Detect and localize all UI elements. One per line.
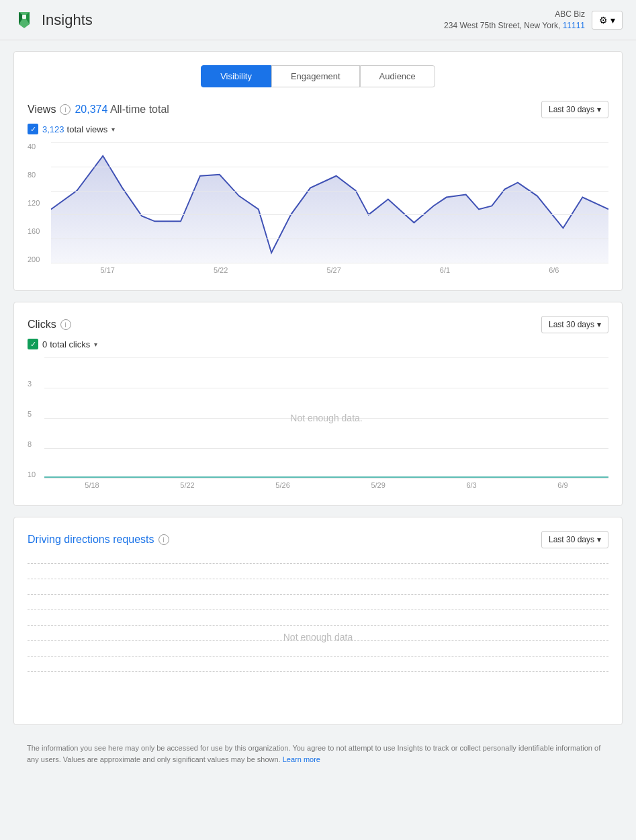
views-period-button[interactable]: Last 30 days ▾ <box>541 101 608 118</box>
views-label-chevron-icon: ▾ <box>111 126 115 133</box>
tab-visibility[interactable]: Visibility <box>201 65 271 87</box>
dashed-line <box>28 671 608 672</box>
header-left: Insights <box>13 9 93 31</box>
tab-engagement[interactable]: Engagement <box>271 65 360 87</box>
views-title-group: Views i 20,374 All-time total <box>28 103 169 116</box>
visibility-card: Visibility Engagement Audience Views i 2… <box>13 51 623 291</box>
page-title: Insights <box>42 11 93 29</box>
footer-text: The information you see here may only be… <box>13 736 623 775</box>
clicks-x-axis: 5/18 5/22 5/26 5/29 6/3 6/9 <box>44 478 608 492</box>
grid-line <box>51 214 608 215</box>
business-address: 234 West 75th Street, New York, 11111 <box>444 20 585 32</box>
clicks-checkbox-row: ✓ 0 total clicks ▾ <box>28 339 608 349</box>
driving-chart: Not enough data <box>28 563 608 711</box>
clicks-no-data-message: Not enough data. <box>290 413 362 423</box>
grid-line <box>44 448 608 449</box>
app-header: Insights ABC Biz 234 West 75th Street, N… <box>0 0 636 40</box>
settings-button[interactable]: ⚙ ▾ <box>592 11 623 30</box>
driving-title-group: Driving directions requests i <box>28 534 169 546</box>
views-alltime-total: 20,374 All-time total <box>75 103 169 116</box>
views-checkbox[interactable]: ✓ <box>28 124 38 134</box>
driving-period-button[interactable]: Last 30 days ▾ <box>541 531 608 548</box>
clicks-checkbox[interactable]: ✓ <box>28 339 38 349</box>
grid-line <box>51 191 608 192</box>
clicks-info-icon[interactable]: i <box>60 319 71 330</box>
svg-marker-4 <box>51 156 608 263</box>
grid-line <box>51 167 608 167</box>
driving-no-data-message: Not enough data <box>283 632 353 642</box>
dashed-line <box>28 579 608 579</box>
period-chevron-icon: ▾ <box>597 105 601 114</box>
driving-period-chevron-icon: ▾ <box>597 535 601 544</box>
grid-line <box>51 239 608 239</box>
clicks-title-group: Clicks i <box>28 319 71 331</box>
settings-chevron-icon: ▾ <box>610 15 615 26</box>
dashed-line <box>28 594 608 595</box>
views-chart-area <box>51 142 608 263</box>
dashed-line <box>28 625 608 626</box>
grid-line <box>44 358 608 358</box>
dashed-line <box>28 610 608 610</box>
learn-more-link[interactable]: Learn more <box>283 755 320 763</box>
tabs-row: Visibility Engagement Audience <box>28 65 608 87</box>
grid-line <box>51 142 608 143</box>
views-checkbox-label: 3,123 total views ▾ <box>42 124 115 134</box>
grid-line <box>44 388 608 388</box>
clicks-chart: 10 8 5 3 Not enough data. 5/18 5/22 <box>28 358 608 492</box>
app-logo <box>13 9 35 31</box>
views-y-axis: 200 160 120 80 40 <box>28 142 51 263</box>
views-info-icon[interactable]: i <box>60 104 71 115</box>
clicks-y-axis: 10 8 5 3 <box>28 358 44 478</box>
main-content: Visibility Engagement Audience Views i 2… <box>0 40 636 786</box>
clicks-period-chevron-icon: ▾ <box>597 320 601 329</box>
views-x-axis: 5/17 5/22 5/27 6/1 6/6 <box>51 263 608 277</box>
tab-audience[interactable]: Audience <box>360 65 435 87</box>
views-line-chart <box>51 142 608 263</box>
views-checkbox-row: ✓ 3,123 total views ▾ <box>28 124 608 134</box>
views-title: Views <box>28 103 56 116</box>
svg-rect-3 <box>22 15 26 19</box>
driving-info-icon[interactable]: i <box>158 534 169 545</box>
views-chart: 200 160 120 80 40 <box>28 142 608 277</box>
clicks-checkbox-label: 0 total clicks ▾ <box>42 339 97 349</box>
clicks-chart-area: Not enough data. <box>44 358 608 478</box>
clicks-label-chevron-icon: ▾ <box>94 341 97 348</box>
business-info: ABC Biz 234 West 75th Street, New York, … <box>444 9 585 32</box>
driving-header: Driving directions requests i Last 30 da… <box>28 531 608 548</box>
driving-title: Driving directions requests <box>28 534 154 546</box>
views-header: Views i 20,374 All-time total Last 30 da… <box>28 101 608 118</box>
dashed-line <box>28 563 608 564</box>
dashed-line <box>28 656 608 657</box>
gear-icon: ⚙ <box>599 15 608 26</box>
clicks-card: Clicks i Last 30 days ▾ ✓ 0 total clicks… <box>13 302 623 506</box>
clicks-header: Clicks i Last 30 days ▾ <box>28 316 608 333</box>
header-right: ABC Biz 234 West 75th Street, New York, … <box>444 9 623 32</box>
driving-card: Driving directions requests i Last 30 da… <box>13 517 623 725</box>
clicks-period-button[interactable]: Last 30 days ▾ <box>541 316 608 333</box>
clicks-title: Clicks <box>28 319 56 331</box>
business-name: ABC Biz <box>444 9 585 20</box>
